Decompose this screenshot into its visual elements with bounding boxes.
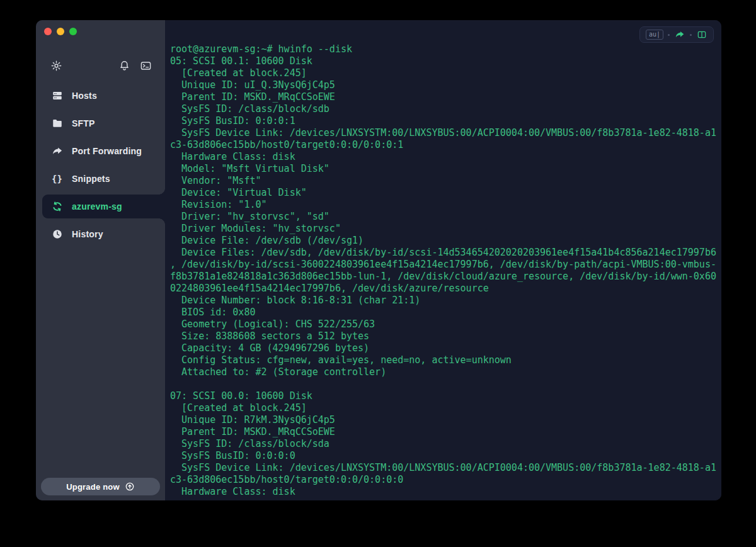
terminal-line: Config Status: cfg=new, avail=yes, need=… (170, 354, 721, 366)
sidebar-item-label: azurevm-sg (72, 201, 122, 211)
terminal-line: [Created at block.245] (170, 67, 721, 79)
terminal-output: root@azurevm-sg:~# hwinfo --disk05: SCSI… (170, 43, 721, 498)
terminal-line: SysFS ID: /class/block/sdb (170, 103, 721, 115)
sidebar: Hosts SFTP Port Forwarding (36, 20, 165, 500)
terminal-line: Parent ID: MSKD._MRqCCSoEWE (170, 91, 721, 103)
sidebar-item-sftp[interactable]: SFTP (36, 110, 165, 137)
notifications-bell-icon[interactable] (117, 59, 131, 72)
terminal-line: SysFS ID: /class/block/sda (170, 438, 721, 450)
history-clock-icon (51, 228, 63, 240)
sidebar-item-history[interactable]: History (36, 220, 165, 248)
terminal-line: Hardware Class: disk (170, 486, 721, 498)
port-forwarding-icon (51, 145, 63, 157)
terminal-line: Vendor: "Msft" (170, 175, 721, 187)
sftp-folder-icon (51, 118, 63, 130)
terminal-line: Model: "Msft Virtual Disk" (170, 163, 721, 175)
terminal-line: 07: SCSI 00.0: 10600 Disk (170, 390, 721, 402)
upgrade-button-label: Upgrade now (66, 482, 120, 492)
sidebar-item-label: SFTP (72, 118, 95, 128)
minimize-window-button[interactable] (57, 28, 64, 35)
sidebar-item-azurevm-sg[interactable]: azurevm-sg (42, 195, 165, 218)
terminal-line: Driver Modules: "hv_storvsc" (170, 223, 721, 235)
snippets-icon: {} (51, 173, 63, 185)
settings-gear-icon[interactable] (49, 59, 63, 72)
terminal-line: Device Files: /dev/sdb, /dev/disk/by-id/… (170, 247, 721, 259)
sidebar-item-port-forwarding[interactable]: Port Forwarding (36, 137, 165, 165)
terminal-line: c3-63d806ec15bb/host0/target0:0:0/0:0:0:… (170, 474, 721, 486)
split-screen-icon[interactable] (696, 29, 707, 40)
terminal-line: root@azurevm-sg:~# hwinfo --disk (170, 43, 721, 55)
terminal-line: Size: 8388608 sectors a 512 bytes (170, 330, 721, 342)
terminal-line: Unique ID: R7kM.3NysQ6jC4p5 (170, 414, 721, 426)
autocomplete-chip[interactable]: au| (646, 30, 663, 40)
terminal-line: Parent ID: MSKD._MRqCCSoEWE (170, 426, 721, 438)
terminal-line: Unique ID: uI_Q.3NysQ6jC4p5 (170, 79, 721, 91)
local-terminal-icon[interactable] (139, 59, 152, 72)
sidebar-item-label: Port Forwarding (72, 146, 142, 156)
hosts-icon (51, 90, 63, 102)
terminal-line: 05: SCSI 00.1: 10600 Disk (170, 55, 721, 67)
sidebar-item-label: History (72, 229, 103, 239)
terminal-line: SysFS BusID: 0:0:0:0 (170, 450, 721, 462)
terminal-line: SysFS Device Link: /devices/LNXSYSTM:00/… (170, 127, 721, 139)
host-sync-icon (51, 201, 63, 213)
upgrade-arrow-icon (125, 482, 135, 492)
terminal-pane[interactable]: au| root@azurevm-sg:~# hwinfo --disk05: … (165, 20, 721, 500)
terminal-line: Device: "Virtual Disk" (170, 187, 721, 199)
terminal-line: Driver: "hv_storvsc", "sd" (170, 211, 721, 223)
sidebar-nav: Hosts SFTP Port Forwarding (36, 82, 165, 248)
app-window: Hosts SFTP Port Forwarding (36, 20, 721, 500)
terminal-line: SysFS BusID: 0:0:0:1 (170, 115, 721, 127)
terminal-line: Device File: /dev/sdb (/dev/sg1) (170, 235, 721, 247)
sidebar-item-snippets[interactable]: {} Snippets (36, 165, 165, 193)
terminal-line: c3-63d806ec15bb/host0/target0:0:0/0:0:0:… (170, 139, 721, 151)
upgrade-now-button[interactable]: Upgrade now (41, 478, 160, 495)
terminal-line: f8b3781a1e824818a1c363d806ec15bb-lun-1, … (170, 271, 721, 283)
terminal-line: SysFS Device Link: /devices/LNXSYSTM:00/… (170, 462, 721, 474)
sidebar-item-label: Snippets (72, 174, 110, 184)
sidebar-toolbar (49, 58, 152, 73)
zoom-window-button[interactable] (69, 28, 77, 35)
terminal-line: Revision: "1.0" (170, 199, 721, 211)
terminal-line: Capacity: 4 GB (4294967296 bytes) (170, 342, 721, 354)
terminal-line: Device Number: block 8:16-8:31 (char 21:… (170, 295, 721, 307)
terminal-line: Hardware Class: disk (170, 151, 721, 163)
terminal-line (170, 378, 721, 390)
terminal-header-controls: au| (639, 26, 714, 43)
terminal-line: BIOS id: 0x80 (170, 307, 721, 319)
terminal-line: Geometry (Logical): CHS 522/255/63 (170, 319, 721, 330)
sidebar-item-hosts[interactable]: Hosts (36, 82, 165, 110)
terminal-line: 0224803961ee4f15a4214ec17997b6, /dev/dis… (170, 283, 721, 295)
separator-dot (668, 34, 670, 36)
share-session-icon[interactable] (674, 29, 685, 40)
terminal-line: , /dev/disk/by-id/scsi-3600224803961ee4f… (170, 259, 721, 271)
terminal-line: Attached to: #2 (Storage controller) (170, 366, 721, 378)
separator-dot (690, 34, 692, 36)
close-window-button[interactable] (44, 28, 52, 35)
terminal-line: [Created at block.245] (170, 402, 721, 414)
sidebar-item-label: Hosts (72, 91, 97, 101)
window-traffic-lights (36, 20, 165, 35)
